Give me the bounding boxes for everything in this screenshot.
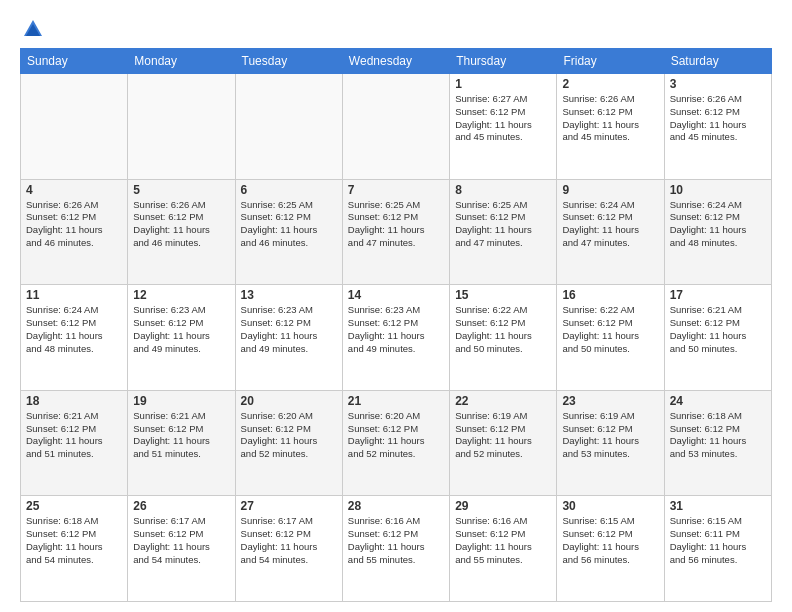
calendar-cell: 3Sunrise: 6:26 AMSunset: 6:12 PMDaylight…: [664, 74, 771, 180]
day-info: Sunrise: 6:25 AMSunset: 6:12 PMDaylight:…: [455, 199, 551, 250]
header-day-sunday: Sunday: [21, 49, 128, 74]
day-info: Sunrise: 6:22 AMSunset: 6:12 PMDaylight:…: [455, 304, 551, 355]
calendar-cell: 8Sunrise: 6:25 AMSunset: 6:12 PMDaylight…: [450, 179, 557, 285]
day-info: Sunrise: 6:15 AMSunset: 6:12 PMDaylight:…: [562, 515, 658, 566]
day-info: Sunrise: 6:24 AMSunset: 6:12 PMDaylight:…: [562, 199, 658, 250]
day-number: 23: [562, 394, 658, 408]
day-info: Sunrise: 6:21 AMSunset: 6:12 PMDaylight:…: [133, 410, 229, 461]
day-number: 15: [455, 288, 551, 302]
day-info: Sunrise: 6:17 AMSunset: 6:12 PMDaylight:…: [133, 515, 229, 566]
calendar-cell: 2Sunrise: 6:26 AMSunset: 6:12 PMDaylight…: [557, 74, 664, 180]
calendar-cell: 27Sunrise: 6:17 AMSunset: 6:12 PMDayligh…: [235, 496, 342, 602]
calendar-cell: 22Sunrise: 6:19 AMSunset: 6:12 PMDayligh…: [450, 390, 557, 496]
calendar-cell: [235, 74, 342, 180]
day-number: 19: [133, 394, 229, 408]
calendar-cell: 24Sunrise: 6:18 AMSunset: 6:12 PMDayligh…: [664, 390, 771, 496]
day-info: Sunrise: 6:16 AMSunset: 6:12 PMDaylight:…: [348, 515, 444, 566]
day-info: Sunrise: 6:25 AMSunset: 6:12 PMDaylight:…: [241, 199, 337, 250]
day-info: Sunrise: 6:23 AMSunset: 6:12 PMDaylight:…: [241, 304, 337, 355]
day-number: 16: [562, 288, 658, 302]
calendar-cell: 5Sunrise: 6:26 AMSunset: 6:12 PMDaylight…: [128, 179, 235, 285]
day-number: 28: [348, 499, 444, 513]
day-number: 10: [670, 183, 766, 197]
day-number: 18: [26, 394, 122, 408]
day-info: Sunrise: 6:26 AMSunset: 6:12 PMDaylight:…: [133, 199, 229, 250]
day-number: 17: [670, 288, 766, 302]
calendar-cell: 25Sunrise: 6:18 AMSunset: 6:12 PMDayligh…: [21, 496, 128, 602]
calendar-cell: 15Sunrise: 6:22 AMSunset: 6:12 PMDayligh…: [450, 285, 557, 391]
day-number: 8: [455, 183, 551, 197]
calendar-cell: 29Sunrise: 6:16 AMSunset: 6:12 PMDayligh…: [450, 496, 557, 602]
header-day-friday: Friday: [557, 49, 664, 74]
day-number: 20: [241, 394, 337, 408]
calendar-cell: 31Sunrise: 6:15 AMSunset: 6:11 PMDayligh…: [664, 496, 771, 602]
week-row-2: 11Sunrise: 6:24 AMSunset: 6:12 PMDayligh…: [21, 285, 772, 391]
header-day-wednesday: Wednesday: [342, 49, 449, 74]
day-number: 7: [348, 183, 444, 197]
day-info: Sunrise: 6:16 AMSunset: 6:12 PMDaylight:…: [455, 515, 551, 566]
logo-text: [20, 18, 44, 40]
calendar-cell: 10Sunrise: 6:24 AMSunset: 6:12 PMDayligh…: [664, 179, 771, 285]
day-info: Sunrise: 6:24 AMSunset: 6:12 PMDaylight:…: [26, 304, 122, 355]
day-info: Sunrise: 6:15 AMSunset: 6:11 PMDaylight:…: [670, 515, 766, 566]
day-number: 13: [241, 288, 337, 302]
calendar-cell: 12Sunrise: 6:23 AMSunset: 6:12 PMDayligh…: [128, 285, 235, 391]
calendar-header-row: SundayMondayTuesdayWednesdayThursdayFrid…: [21, 49, 772, 74]
day-number: 29: [455, 499, 551, 513]
calendar-cell: 7Sunrise: 6:25 AMSunset: 6:12 PMDaylight…: [342, 179, 449, 285]
calendar-cell: 11Sunrise: 6:24 AMSunset: 6:12 PMDayligh…: [21, 285, 128, 391]
day-info: Sunrise: 6:24 AMSunset: 6:12 PMDaylight:…: [670, 199, 766, 250]
day-info: Sunrise: 6:18 AMSunset: 6:12 PMDaylight:…: [670, 410, 766, 461]
calendar-cell: 16Sunrise: 6:22 AMSunset: 6:12 PMDayligh…: [557, 285, 664, 391]
day-info: Sunrise: 6:19 AMSunset: 6:12 PMDaylight:…: [455, 410, 551, 461]
day-number: 22: [455, 394, 551, 408]
day-number: 3: [670, 77, 766, 91]
day-number: 24: [670, 394, 766, 408]
calendar-cell: 13Sunrise: 6:23 AMSunset: 6:12 PMDayligh…: [235, 285, 342, 391]
week-row-4: 25Sunrise: 6:18 AMSunset: 6:12 PMDayligh…: [21, 496, 772, 602]
calendar-cell: 18Sunrise: 6:21 AMSunset: 6:12 PMDayligh…: [21, 390, 128, 496]
day-number: 26: [133, 499, 229, 513]
day-info: Sunrise: 6:21 AMSunset: 6:12 PMDaylight:…: [670, 304, 766, 355]
day-number: 2: [562, 77, 658, 91]
day-info: Sunrise: 6:18 AMSunset: 6:12 PMDaylight:…: [26, 515, 122, 566]
calendar-cell: 26Sunrise: 6:17 AMSunset: 6:12 PMDayligh…: [128, 496, 235, 602]
day-info: Sunrise: 6:17 AMSunset: 6:12 PMDaylight:…: [241, 515, 337, 566]
header-day-monday: Monday: [128, 49, 235, 74]
calendar-cell: 30Sunrise: 6:15 AMSunset: 6:12 PMDayligh…: [557, 496, 664, 602]
day-info: Sunrise: 6:27 AMSunset: 6:12 PMDaylight:…: [455, 93, 551, 144]
day-number: 11: [26, 288, 122, 302]
calendar-cell: 28Sunrise: 6:16 AMSunset: 6:12 PMDayligh…: [342, 496, 449, 602]
week-row-3: 18Sunrise: 6:21 AMSunset: 6:12 PMDayligh…: [21, 390, 772, 496]
day-info: Sunrise: 6:21 AMSunset: 6:12 PMDaylight:…: [26, 410, 122, 461]
calendar-cell: 14Sunrise: 6:23 AMSunset: 6:12 PMDayligh…: [342, 285, 449, 391]
calendar: SundayMondayTuesdayWednesdayThursdayFrid…: [20, 48, 772, 602]
header-day-tuesday: Tuesday: [235, 49, 342, 74]
day-info: Sunrise: 6:20 AMSunset: 6:12 PMDaylight:…: [348, 410, 444, 461]
day-number: 4: [26, 183, 122, 197]
calendar-cell: 21Sunrise: 6:20 AMSunset: 6:12 PMDayligh…: [342, 390, 449, 496]
day-number: 14: [348, 288, 444, 302]
day-number: 1: [455, 77, 551, 91]
day-info: Sunrise: 6:25 AMSunset: 6:12 PMDaylight:…: [348, 199, 444, 250]
week-row-0: 1Sunrise: 6:27 AMSunset: 6:12 PMDaylight…: [21, 74, 772, 180]
day-number: 6: [241, 183, 337, 197]
day-info: Sunrise: 6:26 AMSunset: 6:12 PMDaylight:…: [670, 93, 766, 144]
calendar-cell: 6Sunrise: 6:25 AMSunset: 6:12 PMDaylight…: [235, 179, 342, 285]
logo-icon: [22, 18, 44, 40]
calendar-cell: 19Sunrise: 6:21 AMSunset: 6:12 PMDayligh…: [128, 390, 235, 496]
calendar-cell: [21, 74, 128, 180]
day-info: Sunrise: 6:19 AMSunset: 6:12 PMDaylight:…: [562, 410, 658, 461]
day-info: Sunrise: 6:20 AMSunset: 6:12 PMDaylight:…: [241, 410, 337, 461]
day-number: 25: [26, 499, 122, 513]
week-row-1: 4Sunrise: 6:26 AMSunset: 6:12 PMDaylight…: [21, 179, 772, 285]
day-number: 31: [670, 499, 766, 513]
logo: [20, 18, 44, 38]
header: [20, 18, 772, 38]
calendar-cell: 1Sunrise: 6:27 AMSunset: 6:12 PMDaylight…: [450, 74, 557, 180]
calendar-cell: 17Sunrise: 6:21 AMSunset: 6:12 PMDayligh…: [664, 285, 771, 391]
header-day-thursday: Thursday: [450, 49, 557, 74]
page: SundayMondayTuesdayWednesdayThursdayFrid…: [0, 0, 792, 612]
day-number: 27: [241, 499, 337, 513]
calendar-cell: 9Sunrise: 6:24 AMSunset: 6:12 PMDaylight…: [557, 179, 664, 285]
